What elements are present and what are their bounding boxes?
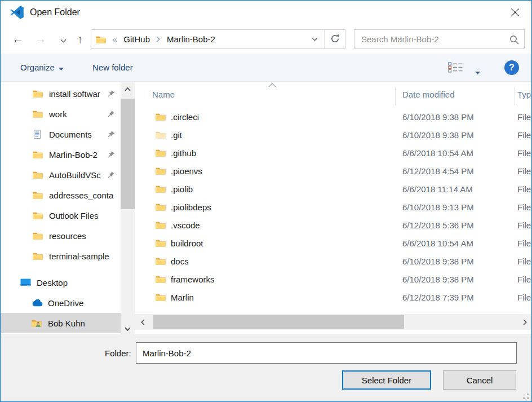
column-header-date-modified[interactable]: Date modified xyxy=(402,82,455,108)
folder-icon xyxy=(156,131,166,139)
sidebar-item-label: OneDrive xyxy=(48,298,121,308)
file-row--vscode[interactable]: .vscode6/12/2018 5:36 PMFile xyxy=(135,216,531,234)
sidebar-item-install-softwar[interactable]: install softwar xyxy=(1,83,121,104)
column-separator[interactable] xyxy=(395,87,396,105)
file-date-modified: 6/10/2018 9:13 PM xyxy=(402,202,474,212)
file-name: docs xyxy=(171,257,189,266)
folder-name-input[interactable] xyxy=(136,342,517,364)
scroll-down-button[interactable] xyxy=(121,323,135,333)
chevron-down-icon xyxy=(125,323,131,333)
open-folder-dialog: Open Folder ← → ↑ « GitHub Marlin-Bob-2 xyxy=(0,0,532,402)
folder-label: Folder: xyxy=(105,348,131,358)
sidebar-scrollbar[interactable] xyxy=(121,82,135,334)
address-bar[interactable]: « GitHub Marlin-Bob-2 xyxy=(91,29,345,49)
sidebar-item-terminal-sample[interactable]: terminal-sample xyxy=(1,246,121,266)
breadcrumb-overflow-chevrons[interactable]: « xyxy=(112,34,117,44)
file-row--github[interactable]: .github6/6/2018 10:54 AMFile xyxy=(135,144,531,162)
column-header-name[interactable]: Name xyxy=(152,82,175,108)
view-options-button[interactable] xyxy=(448,62,464,74)
sidebar-item-label: resources xyxy=(49,231,121,241)
forward-button[interactable]: → xyxy=(31,24,50,54)
file-type: File xyxy=(517,166,531,176)
select-folder-button[interactable]: Select Folder xyxy=(342,370,431,390)
title-bar: Open Folder xyxy=(1,1,531,24)
up-button[interactable]: ↑ xyxy=(70,24,90,54)
sidebar-item-marlin-bob-2[interactable]: Marlin-Bob-2 xyxy=(1,144,121,165)
organize-label: Organize xyxy=(20,63,55,72)
file-row-buildroot[interactable]: buildroot6/6/2018 10:54 AMFile xyxy=(135,234,531,252)
sidebar-scrollbar-thumb[interactable] xyxy=(121,99,135,209)
file-row--circleci[interactable]: .circleci6/10/2018 9:38 PMFile xyxy=(135,108,531,126)
sidebar-item-label: terminal-sample xyxy=(49,251,121,261)
dialog-content: install softwarworkDocumentsMarlin-Bob-2… xyxy=(1,82,531,334)
back-button[interactable]: ← xyxy=(8,24,28,54)
search-input[interactable] xyxy=(354,30,506,48)
refresh-button[interactable] xyxy=(325,30,345,48)
sidebar-item-work[interactable]: work xyxy=(1,104,121,124)
folder-icon xyxy=(156,149,166,157)
file-type: File xyxy=(517,112,531,122)
scroll-left-button[interactable] xyxy=(136,314,149,330)
file-date-modified: 6/10/2018 9:38 PM xyxy=(402,130,474,140)
sidebar-item-desktop[interactable]: Desktop xyxy=(1,272,121,293)
scroll-up-button[interactable] xyxy=(121,83,135,94)
file-name: .git xyxy=(171,130,182,140)
sidebar-item-onedrive[interactable]: OneDrive xyxy=(1,293,121,313)
up-arrow-icon: ↑ xyxy=(77,33,83,46)
search-box xyxy=(354,29,525,49)
file-type: File xyxy=(517,257,531,266)
sidebar-item-addresses-conta[interactable]: addresses_conta xyxy=(1,185,121,205)
sidebar-item-bob-kuhn[interactable]: Bob Kuhn xyxy=(1,313,121,333)
file-row-docs[interactable]: docs6/10/2018 9:38 PMFile xyxy=(135,252,531,270)
recent-locations-button[interactable] xyxy=(54,24,73,54)
file-date-modified: 6/10/2018 9:38 PM xyxy=(402,112,474,122)
file-row--pioenvs[interactable]: .pioenvs6/12/2018 4:54 PMFile xyxy=(135,162,531,180)
file-type: File xyxy=(517,130,531,140)
folder-icon xyxy=(156,257,166,265)
horizontal-scrollbar-thumb[interactable] xyxy=(153,315,404,329)
file-row--piolibdeps[interactable]: .piolibdeps6/10/2018 9:13 PMFile xyxy=(135,198,531,216)
address-dropdown-button[interactable] xyxy=(312,37,318,41)
view-options-caret-button[interactable] xyxy=(475,67,480,76)
navigation-bar: ← → ↑ « GitHub Marlin-Bob-2 xyxy=(1,24,531,54)
file-row--piolib[interactable]: .piolib6/6/2018 11:14 AMFile xyxy=(135,180,531,198)
file-type: File xyxy=(517,184,531,194)
footer-panel: Folder: Select Folder Cancel xyxy=(1,334,531,401)
file-row-frameworks[interactable]: frameworks6/10/2018 9:38 PMFile xyxy=(135,270,531,288)
new-folder-button[interactable]: New folder xyxy=(92,54,133,81)
sidebar-quick-access-group: install softwarworkDocumentsMarlin-Bob-2… xyxy=(1,83,121,266)
scroll-right-button[interactable] xyxy=(518,314,531,330)
sort-ascending-icon xyxy=(268,83,276,87)
sidebar-item-documents[interactable]: Documents xyxy=(1,124,121,144)
documents-icon xyxy=(33,130,44,139)
file-type: File xyxy=(517,220,531,230)
resize-grip[interactable] xyxy=(523,394,529,399)
file-date-modified: 6/10/2018 9:38 PM xyxy=(402,257,474,266)
details-view-icon xyxy=(448,62,464,74)
file-row--git[interactable]: .git6/10/2018 9:38 PMFile xyxy=(135,126,531,144)
folder-icon xyxy=(156,239,166,247)
search-icon[interactable] xyxy=(509,34,520,45)
file-type: File xyxy=(517,148,531,158)
column-header-type[interactable]: Typ xyxy=(517,82,531,108)
sidebar-item-outlook-files[interactable]: Outlook Files xyxy=(1,205,121,226)
pin-icon xyxy=(108,90,115,97)
folder-icon xyxy=(156,113,166,121)
breadcrumb-item-marlin-bob-2[interactable]: Marlin-Bob-2 xyxy=(167,34,215,44)
folder-icon xyxy=(156,221,166,229)
organize-button[interactable]: Organize xyxy=(20,54,64,81)
sidebar-item-autobuildvsc[interactable]: AutoBuildVSc xyxy=(1,165,121,185)
file-type: File xyxy=(517,275,531,284)
breadcrumb-item-github[interactable]: GitHub xyxy=(123,34,150,44)
file-row-marlin[interactable]: Marlin6/12/2018 7:39 PMFile xyxy=(135,288,531,306)
column-separator[interactable] xyxy=(515,87,515,105)
breadcrumb-separator-icon xyxy=(156,36,160,42)
help-button[interactable]: ? xyxy=(504,60,519,75)
cancel-button[interactable]: Cancel xyxy=(443,370,516,390)
vscode-logo-icon xyxy=(10,5,24,20)
file-name: .piolibdeps xyxy=(171,202,211,212)
close-button[interactable] xyxy=(507,6,523,20)
horizontal-scrollbar[interactable] xyxy=(135,314,531,330)
file-date-modified: 6/6/2018 10:54 AM xyxy=(402,148,473,158)
sidebar-item-resources[interactable]: resources xyxy=(1,226,121,246)
